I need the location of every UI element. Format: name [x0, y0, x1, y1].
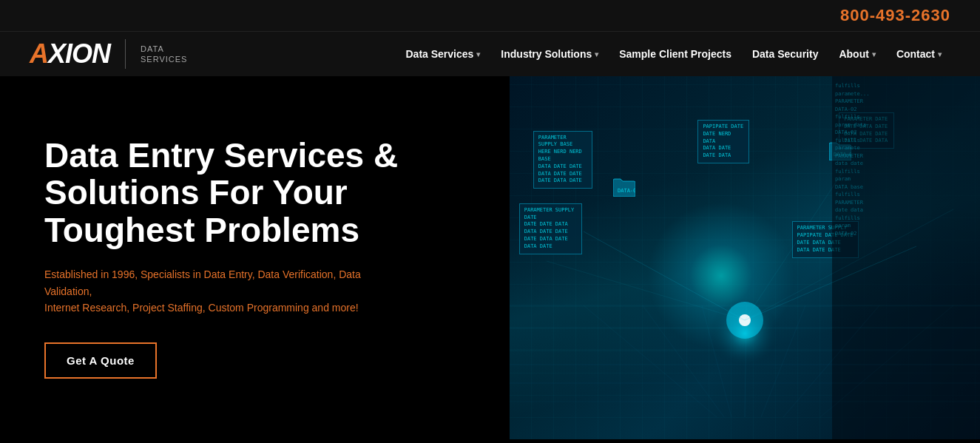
perspective-svg: [510, 76, 980, 439]
nav-link-sample-client-projects[interactable]: Sample Client Projects: [610, 42, 740, 66]
nav-item-about: About ▾: [830, 42, 884, 66]
svg-line-19: [584, 231, 745, 320]
nav-menu: Data Services ▾ Industry Solutions ▾ Sam…: [397, 42, 951, 66]
svg-line-22: [745, 172, 842, 320]
svg-line-8: [584, 305, 717, 417]
hero-right: PARAMETER SUPPLY BASE HERE NERD NERD BAS…: [510, 76, 980, 439]
chevron-down-icon: ▾: [872, 50, 876, 58]
svg-line-13: [783, 305, 879, 417]
get-a-quote-button[interactable]: Get A Quote: [44, 342, 157, 379]
logo-divider: [125, 39, 126, 69]
logo-brand[interactable]: AXION: [30, 38, 110, 70]
nav-link-contact[interactable]: Contact ▾: [888, 42, 950, 66]
chevron-down-icon: ▾: [595, 50, 598, 58]
logo-xion: XION: [48, 38, 110, 69]
svg-line-14: [820, 305, 953, 417]
hero-subtitle-text: Established in 1996, Specialists in Data…: [44, 268, 361, 314]
nav-link-industry-solutions[interactable]: Industry Solutions ▾: [492, 42, 607, 66]
svg-line-20: [745, 209, 953, 320]
top-bar: 800-493-2630: [0, 0, 980, 32]
nav-item-industry-solutions: Industry Solutions ▾: [492, 42, 607, 66]
nav-item-data-security: Data Security: [743, 42, 827, 66]
logo-subtitle: DATA SERVICES: [141, 44, 187, 65]
nav-item-data-services: Data Services ▾: [397, 42, 490, 66]
nav-link-data-services[interactable]: Data Services ▾: [397, 42, 490, 66]
logo-a: A: [30, 38, 48, 69]
hero-title: Data Entry Services & Solutions For Your…: [44, 137, 465, 249]
chevron-down-icon: ▾: [938, 50, 942, 58]
navigation: AXION DATA SERVICES Data Services ▾ Indu…: [0, 32, 980, 76]
highlight-data-entry: Data Entry, Data Verification, Data Vali…: [44, 268, 361, 297]
nav-item-contact: Contact ▾: [888, 42, 950, 66]
hero-left: Data Entry Services & Solutions For Your…: [0, 76, 510, 439]
nav-link-data-security[interactable]: Data Security: [743, 42, 827, 66]
logo-area: AXION DATA SERVICES: [30, 38, 187, 70]
svg-line-18: [745, 246, 916, 320]
phone-number[interactable]: 800-493-2630: [840, 6, 950, 25]
hero-section: Data Entry Services & Solutions For Your…: [0, 76, 980, 439]
hero-subtitle: Established in 1996, Specialists in Data…: [44, 266, 399, 316]
chevron-down-icon: ▾: [476, 50, 480, 58]
nav-link-about[interactable]: About ▾: [830, 42, 884, 66]
nav-item-sample-client-projects: Sample Client Projects: [610, 42, 740, 66]
